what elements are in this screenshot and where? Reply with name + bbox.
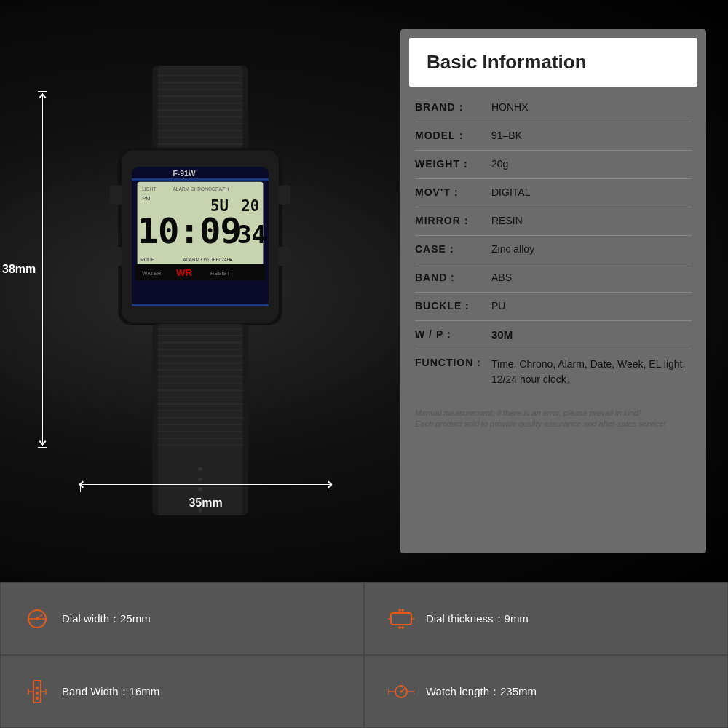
specs-row-2: Band Width：16mm Watch length：235mm [0, 655, 728, 728]
svg-text:34: 34 [237, 221, 266, 249]
function-key: FUNCTION： [415, 357, 491, 370]
svg-text:WR: WR [176, 267, 192, 278]
specs-bar: Dial width：25mm Dial thickness：9mm [0, 582, 728, 728]
svg-point-82 [36, 687, 39, 689]
mirror-key: MIRROR： [415, 215, 491, 228]
svg-text:WATER: WATER [142, 270, 162, 277]
band-width-icon [23, 678, 52, 705]
spec-watch-length: Watch length：235mm [364, 655, 728, 728]
wp-value: 30M [491, 328, 513, 341]
buckle-value: PU [491, 300, 505, 312]
spec-weight: WEIGHT： 20g [415, 151, 692, 179]
svg-text:LIGHT: LIGHT [142, 186, 156, 191]
model-value: 91–BK [491, 130, 522, 141]
dial-width-icon [23, 606, 52, 632]
mirror-value: RESIN [491, 215, 523, 226]
svg-rect-21 [132, 304, 269, 306]
svg-rect-17 [278, 185, 290, 204]
dial-width-label: Dial width：25mm [62, 612, 151, 626]
info-content: BRAND： HONHX MODEL： 91–BK WEIGHT： 20g MO… [400, 87, 706, 402]
info-title: Basic Information [427, 51, 680, 74]
width-label: 35mm [189, 496, 222, 510]
weight-key: WEIGHT： [415, 158, 491, 171]
buckle-key: BUCKLE： [415, 300, 491, 313]
svg-text:ALARM CHRONOGRAPH: ALARM CHRONOGRAPH [173, 186, 229, 191]
brand-value: HONHX [491, 101, 529, 113]
watch-length-icon [387, 678, 416, 705]
svg-rect-15 [110, 185, 122, 204]
horizontal-dimension: 35mm [80, 484, 331, 510]
svg-text:ALARM  ON·OFF/·24H▸: ALARM ON·OFF/·24H▸ [183, 257, 234, 262]
dial-thickness-icon [387, 606, 416, 632]
wp-key: W / P： [415, 328, 491, 341]
svg-line-67 [37, 614, 42, 619]
svg-point-84 [36, 697, 39, 700]
spec-model: MODEL： 91–BK [415, 122, 692, 151]
watch-section: 38mm [22, 29, 371, 553]
spec-case: CASE： Zinc alloy [415, 236, 692, 264]
svg-rect-16 [110, 247, 122, 266]
info-panel: Basic Information BRAND： HONHX MODEL： 91… [400, 29, 706, 553]
main-area: 38mm [0, 0, 728, 582]
svg-text:RESIST: RESIST [210, 270, 231, 277]
band-key: BAND： [415, 272, 491, 285]
spec-function: FUNCTION： Time, Chrono, Alarm, Date, Wee… [415, 349, 692, 395]
band-value: ABS [491, 272, 512, 283]
case-value: Zinc alloy [491, 243, 534, 255]
movt-value: DIGITAL [491, 186, 530, 198]
movt-key: MOV'T： [415, 186, 491, 199]
svg-text:10:09: 10:09 [138, 210, 241, 252]
spec-mirror: MIRROR： RESIN [415, 207, 692, 236]
watch-image: LIGHT ALARM CHRONOGRAPH PM 5U 20 10:09 3… [69, 66, 331, 517]
weight-value: 20g [491, 158, 508, 170]
vertical-dimension: 38mm [35, 91, 50, 448]
svg-text:20: 20 [241, 197, 259, 215]
spec-band-width: Band Width：16mm [0, 655, 364, 728]
brand-key: BRAND： [415, 101, 491, 114]
specs-row-1: Dial width：25mm Dial thickness：9mm [0, 582, 728, 655]
band-width-label: Band Width：16mm [62, 685, 159, 699]
svg-point-91 [400, 691, 403, 693]
spec-dial-width: Dial width：25mm [0, 582, 364, 655]
spec-band: BAND： ABS [415, 264, 692, 293]
dial-thickness-label: Dial thickness：9mm [426, 612, 529, 626]
svg-point-58 [198, 478, 202, 482]
height-label: 38mm [2, 263, 36, 276]
svg-rect-20 [132, 178, 269, 181]
spec-buckle: BUCKLE： PU [415, 293, 692, 321]
svg-point-57 [198, 467, 202, 471]
info-footer: Manual measurement, if there is an error… [400, 402, 706, 438]
spec-dial-thickness: Dial thickness：9mm [364, 582, 728, 655]
svg-rect-68 [391, 613, 411, 625]
svg-text:PM: PM [142, 195, 150, 202]
svg-text:MODE: MODE [140, 257, 154, 262]
case-key: CASE： [415, 243, 491, 256]
svg-rect-18 [278, 247, 290, 266]
function-value: Time, Chrono, Alarm, Date, Week, EL ligh… [491, 357, 692, 387]
watch-length-label: Watch length：235mm [426, 685, 537, 699]
model-key: MODEL： [415, 130, 491, 143]
info-header: Basic Information [409, 38, 697, 87]
spec-wp: W / P： 30M [415, 321, 692, 349]
svg-point-83 [36, 692, 39, 695]
spec-movt: MOV'T： DIGITAL [415, 179, 692, 207]
spec-brand: BRAND： HONHX [415, 94, 692, 122]
svg-text:F-91W: F-91W [173, 170, 195, 178]
